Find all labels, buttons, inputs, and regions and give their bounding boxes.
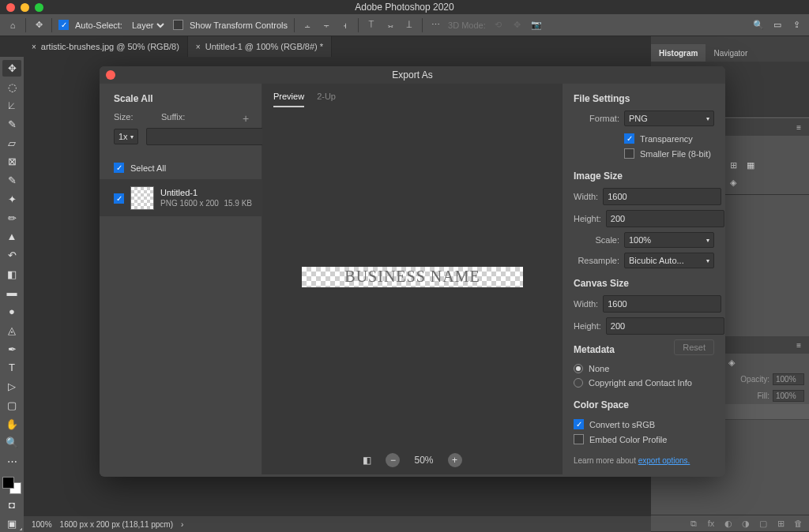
resample-dropdown[interactable]: Bicubic Auto...▾ xyxy=(624,253,714,268)
convert-srgb-label: Convert to sRGB xyxy=(589,420,655,429)
minimize-window-icon[interactable] xyxy=(21,3,29,12)
height-label: Height: xyxy=(574,214,601,223)
metadata-none-radio[interactable] xyxy=(574,364,583,373)
select-all-checkbox[interactable] xyxy=(114,163,124,173)
scale-size-dropdown[interactable]: 1x▾ xyxy=(114,129,138,144)
format-label: Format: xyxy=(574,114,619,123)
dialog-button-row: Cancel Export xyxy=(100,474,725,477)
export-options-link[interactable]: export options. xyxy=(638,456,690,465)
fit-screen-icon[interactable]: ◧ xyxy=(363,455,371,466)
select-all-label: Select All xyxy=(130,163,166,173)
export-left-panel: Scale All Size: Suffix: + 1x▾ 🗑 Select A… xyxy=(100,84,262,474)
close-window-icon[interactable] xyxy=(6,3,15,12)
scale-all-label: Scale All xyxy=(114,93,252,104)
canvas-size-heading: Canvas Size xyxy=(574,278,714,289)
preview-canvas: BUSINESS NAME xyxy=(262,107,563,446)
transparency-label: Transparency xyxy=(640,134,693,144)
metadata-none-label: None xyxy=(589,364,609,373)
canvas-width-input[interactable] xyxy=(603,295,721,313)
preview-tab[interactable]: Preview xyxy=(273,92,304,107)
asset-checkbox[interactable] xyxy=(114,193,124,204)
window-traffic-lights[interactable] xyxy=(6,3,43,12)
smaller-file-checkbox[interactable] xyxy=(624,148,634,159)
scale-suffix-input[interactable] xyxy=(146,128,265,145)
metadata-copyright-label: Copyright and Contact Info xyxy=(589,378,692,388)
dialog-titlebar: Export As xyxy=(100,66,725,84)
asset-name: Untitled-1 xyxy=(160,187,252,198)
smaller-file-label: Smaller File (8-bit) xyxy=(640,149,711,159)
asset-thumbnail xyxy=(130,186,154,210)
learn-more-text: Learn more about xyxy=(574,456,638,465)
dialog-title: Export As xyxy=(392,69,432,81)
metadata-copyright-radio[interactable] xyxy=(574,378,583,388)
image-width-input[interactable] xyxy=(603,188,721,205)
convert-srgb-checkbox[interactable] xyxy=(574,419,584,429)
color-space-heading: Color Space xyxy=(574,399,714,410)
suffix-header-label: Suffix: xyxy=(161,112,231,125)
scale-label: Scale: xyxy=(574,235,619,245)
zoom-out-button[interactable]: − xyxy=(386,453,400,467)
size-header-label: Size: xyxy=(114,112,153,125)
scale-dropdown[interactable]: 100%▾ xyxy=(624,232,714,248)
embed-profile-checkbox[interactable] xyxy=(574,434,584,444)
transparency-checkbox[interactable] xyxy=(624,133,634,144)
width-label: Width: xyxy=(574,192,598,201)
asset-format: PNG 1600 x 200 xyxy=(160,199,219,208)
preview-zoom-value: 50% xyxy=(414,455,433,466)
export-preview-panel: Preview 2-Up BUSINESS NAME ◧ − 50% + xyxy=(262,84,563,474)
zoom-in-button[interactable]: + xyxy=(448,453,462,467)
add-size-button[interactable]: + xyxy=(239,112,252,125)
dialog-close-icon[interactable] xyxy=(106,70,115,80)
reset-button[interactable]: Reset xyxy=(674,339,714,355)
image-size-heading: Image Size xyxy=(574,170,714,182)
canvas-width-label: Width: xyxy=(574,299,598,309)
export-as-dialog: Export As Scale All Size: Suffix: + 1x▾ … xyxy=(100,66,725,477)
dialog-overlay: Export As Scale All Size: Suffix: + 1x▾ … xyxy=(0,0,809,532)
twoup-tab[interactable]: 2-Up xyxy=(317,92,336,107)
asset-row[interactable]: Untitled-1 PNG 1600 x 200 15.9 KB xyxy=(100,180,262,216)
resample-label: Resample: xyxy=(574,256,619,265)
canvas-height-label: Height: xyxy=(574,321,601,331)
zoom-window-icon[interactable] xyxy=(35,3,43,12)
preview-text: BUSINESS NAME xyxy=(344,268,480,286)
export-settings-panel: File Settings Format: PNG▾ Transparency … xyxy=(563,84,725,474)
format-dropdown[interactable]: PNG▾ xyxy=(624,111,714,126)
embed-profile-label: Embed Color Profile xyxy=(589,435,667,444)
preview-artboard: BUSINESS NAME xyxy=(302,267,523,287)
image-height-input[interactable] xyxy=(606,210,724,227)
asset-filesize: 15.9 KB xyxy=(224,198,252,209)
canvas-height-input[interactable] xyxy=(606,317,724,335)
file-settings-heading: File Settings xyxy=(574,93,714,104)
